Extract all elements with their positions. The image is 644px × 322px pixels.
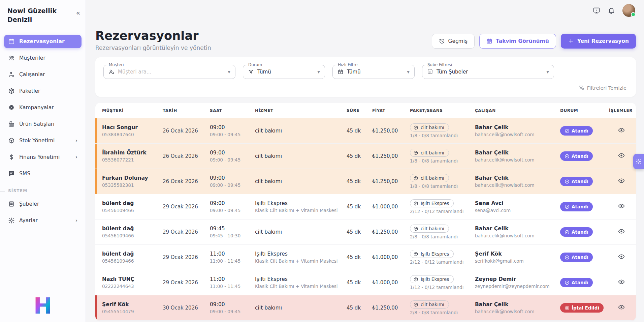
package-chip: Işıltı Ekspres xyxy=(410,250,454,258)
price: ₺1.250,00 xyxy=(372,229,410,235)
duration: 45 dk xyxy=(347,178,372,184)
check-circle-icon xyxy=(565,128,570,134)
reservation-date: 29 Ocak 2026 xyxy=(163,280,210,286)
package-icon xyxy=(413,125,418,130)
package-chip: Işıltı Ekspres xyxy=(410,275,454,283)
clear-filters-button[interactable]: Filtreleri Temizle xyxy=(103,79,628,93)
view-reservation-icon[interactable] xyxy=(618,303,625,311)
sidebar-item-paketler[interactable]: Paketler xyxy=(4,84,82,98)
caret-down-icon: ▼ xyxy=(228,70,230,74)
sidebar-item-kampanyalar[interactable]: Kampanyalar xyxy=(4,101,82,114)
package-chip: cilt bakımı xyxy=(410,174,449,182)
branch-filter[interactable]: Şube Filtresi Tüm Şubeler ▼ xyxy=(422,65,554,79)
package-icon xyxy=(8,88,15,94)
sidebar-item-sms[interactable]: SMS xyxy=(4,167,82,180)
branch-filter-icon xyxy=(427,69,433,75)
service-detail: Klasik Cilt Bakımı + Vitamin Maskesi xyxy=(255,208,347,213)
x-circle-icon xyxy=(565,305,570,311)
sidebar-item-rezervasyonlar[interactable]: Rezervasyonlar xyxy=(4,35,82,48)
service-detail: Klasik Cilt Bakımı + Vitamin Maskesi xyxy=(255,258,347,264)
sidebar-item-ayarlar[interactable]: Ayarlar › xyxy=(4,214,82,227)
package-icon xyxy=(413,252,418,257)
table-row[interactable]: bülent dağ 05456109466 29 Ocak 2026 09:4… xyxy=(95,219,636,245)
table-row[interactable]: Şerif Kök 05455514479 30 Ocak 2026 09:00… xyxy=(95,295,636,321)
status-filter[interactable]: Durum Tümü ▼ xyxy=(243,65,325,79)
sidebar-collapse-button[interactable]: « xyxy=(76,9,80,16)
package-name: Işıltı Ekspres xyxy=(421,276,449,282)
service-name: cilt bakımı xyxy=(255,229,347,235)
view-reservation-icon[interactable] xyxy=(618,202,625,210)
view-reservation-icon[interactable] xyxy=(618,278,625,286)
sidebar-item-finans-y-netimi[interactable]: Finans Yönetimi › xyxy=(4,150,82,164)
bell-icon[interactable] xyxy=(608,7,615,14)
avatar[interactable] xyxy=(622,4,635,17)
sms-icon xyxy=(8,170,15,177)
table-row[interactable]: bülent dağ 05456109466 29 Ocak 2026 09:0… xyxy=(95,194,636,219)
customer-name: Şerif Kök xyxy=(102,301,163,308)
table-row[interactable]: Furkan Dolunay 05335582381 26 Ocak 2026 … xyxy=(95,169,636,194)
table-row[interactable]: bülent dağ 05456109466 29 Ocak 2026 11:0… xyxy=(95,245,636,270)
package-chip: cilt bakımı xyxy=(410,123,449,131)
view-reservation-icon[interactable] xyxy=(618,126,625,134)
check-circle-icon xyxy=(565,154,570,159)
sidebar-item-al-anlar[interactable]: Çalışanlar xyxy=(4,68,82,81)
customer-name: İbrahim Öztürk xyxy=(102,150,163,156)
view-reservation-icon[interactable] xyxy=(618,152,625,159)
reservations-table: MÜŞTERİTARİHSAATHİZMETSÜREFİYATPAKET/SEA… xyxy=(95,103,636,321)
view-reservation-icon[interactable] xyxy=(618,177,625,184)
column-header: FİYAT xyxy=(372,108,410,113)
package-name: cilt bakımı xyxy=(421,125,444,130)
reservation-date: 26 Ocak 2026 xyxy=(163,128,210,134)
chevron-right-icon: › xyxy=(75,154,77,160)
caret-down-icon: ▼ xyxy=(317,70,320,74)
page-title: Rezervasyonlar xyxy=(95,29,211,42)
duration: 45 dk xyxy=(347,254,372,260)
price: ₺1.250,00 xyxy=(372,178,410,184)
quick-filter[interactable]: Hızlı Filtre Tümü ▼ xyxy=(332,65,415,79)
status-label: Atandı xyxy=(572,280,588,285)
view-reservation-icon[interactable] xyxy=(618,253,625,260)
reservation-time-range: 11:00 - 11:45 xyxy=(210,258,255,264)
column-header: SAAT xyxy=(210,108,255,113)
duration: 45 dk xyxy=(347,204,372,210)
reservation-time-range: 09:00 - 09:45 xyxy=(210,182,255,188)
package-progress: 1/8 - 0/8 tamamlandı xyxy=(410,158,475,164)
reservation-time: 09:00 xyxy=(210,200,255,206)
view-reservation-icon[interactable] xyxy=(618,228,625,235)
service-name: Işıltı Ekspres xyxy=(255,251,347,257)
users-icon xyxy=(8,55,15,61)
sidebar-item-stok-y-netimi[interactable]: Stok Yönetimi › xyxy=(4,134,82,147)
sidebar-item-r-n-sat-lar[interactable]: Ürün Satışları xyxy=(4,117,82,131)
calendar-view-button[interactable]: Takvim Görünümü xyxy=(479,34,556,49)
service-name: cilt bakımı xyxy=(255,128,347,134)
price: ₺1.000,00 xyxy=(372,254,410,260)
sidebar-nav: Rezervasyonlar Müşteriler Çalışanlar Pak… xyxy=(0,35,86,180)
floating-settings-button[interactable] xyxy=(633,154,644,169)
customer-filter[interactable]: Müşteri ▼ xyxy=(103,65,235,79)
reservation-time-range: 09:00 - 09:45 xyxy=(210,309,255,314)
reservation-date: 26 Ocak 2026 xyxy=(163,178,210,184)
table-row[interactable]: Hacı Songur 05384847640 26 Ocak 2026 09:… xyxy=(95,118,636,144)
new-reservation-button[interactable]: Yeni Rezervasyon xyxy=(561,34,636,49)
package-progress: 2/12 - 0/12 tamamlandı xyxy=(410,209,475,214)
reservation-time-range: 11:00 - 11:45 xyxy=(210,284,255,289)
sidebar-item-m-teriler[interactable]: Müşteriler xyxy=(4,51,82,65)
duration: 45 dk xyxy=(347,305,372,311)
finance-icon xyxy=(8,154,15,160)
staff-name: Bahar Çelik xyxy=(475,226,560,232)
customer-phone: 05455514479 xyxy=(102,309,163,314)
status-label: Atandı xyxy=(572,255,588,260)
table-row[interactable]: İbrahim Öztürk 05536077221 26 Ocak 2026 … xyxy=(95,144,636,169)
sidebar-item-ubeler[interactable]: Şubeler xyxy=(4,197,82,211)
display-icon[interactable] xyxy=(593,7,600,14)
customer-search-input[interactable] xyxy=(118,69,224,75)
table-row[interactable]: Nazlı TUNÇ 02222244643 29 Ocak 2026 11:0… xyxy=(95,270,636,295)
price: ₺1.000,00 xyxy=(372,204,410,210)
status-badge: Atandı xyxy=(560,151,593,161)
package-progress: 1/8 - 0/8 tamamlandı xyxy=(410,133,475,138)
filter-card: Müşteri ▼ Durum Tümü ▼ Hızlı Filtre xyxy=(95,57,636,97)
staff-email: sena@avci.com xyxy=(475,208,560,213)
staff-email: bahar.celik@nowlsoft.com xyxy=(475,182,560,188)
check-circle-icon xyxy=(565,280,570,285)
history-button[interactable]: Geçmiş xyxy=(432,34,475,49)
